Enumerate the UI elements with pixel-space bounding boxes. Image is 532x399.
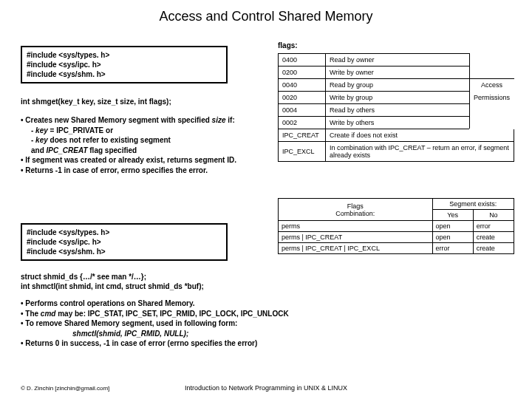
flags-label: flags: <box>278 41 298 50</box>
include-box-1: #include <sys/types. h> #include <sys/ip… <box>21 46 228 83</box>
footer-title: Introduction to Network Programming in U… <box>0 384 532 392</box>
include-line: #include <sys/shm. h> <box>27 69 222 79</box>
bullet: • Returns 0 in success, -1 in case of er… <box>21 338 434 349</box>
include-box-2: #include <sys/types. h> #include <sys/ip… <box>21 223 228 261</box>
bullet: • Performs control operations on Shared … <box>21 299 434 309</box>
shmctl-notes: • Performs control operations on Shared … <box>21 299 434 349</box>
combination-table: FlagsCombination: Segment exists: YesNo … <box>278 198 514 254</box>
bullet-sub: - key does not refer to existing segment <box>21 135 265 146</box>
table-row: 0020Write by groupPermissions <box>279 92 514 104</box>
table-row: perms | IPC_CREATopencreate <box>279 232 514 243</box>
table-row: IPC_EXCLIn combination with IPC_CREAT – … <box>279 142 514 162</box>
flags-table: 0400Read by owner 0200Write by owner 004… <box>278 53 514 162</box>
table-row: IPC_CREATCreate if does not exist <box>279 129 514 142</box>
shmget-signature: int shmget(key_t key, size_t size, int f… <box>21 98 171 106</box>
table-row: FlagsCombination: Segment exists: <box>279 199 514 210</box>
code-sample: shmctl(shmid, IPC_RMID, NULL); <box>21 329 434 339</box>
table-row: 0400Read by owner <box>279 54 514 66</box>
bullet: • If segment was created or already exis… <box>21 155 265 166</box>
table-row: perms | IPC_CREAT | IPC_EXCLerrorcreate <box>279 243 514 254</box>
include-line: #include <sys/ipc. h> <box>27 237 222 247</box>
include-line: #include <sys/ipc. h> <box>27 60 222 69</box>
shmctl-signature: struct shmid_ds {…/* see man */…}; int s… <box>21 272 242 291</box>
include-line: #include <sys/shm. h> <box>27 247 222 256</box>
bullet-sub: - key = IPC_PRIVATE or <box>21 126 265 136</box>
bullet: • Creates new Shared Memory segment with… <box>21 115 265 126</box>
page-title: Access and Control Shared Memory <box>0 9 532 24</box>
bullet: • Returns -1 in case of error, errno spe… <box>21 166 265 176</box>
include-line: #include <sys/types. h> <box>27 228 222 237</box>
table-row: permsopenerror <box>279 221 514 232</box>
include-line: #include <sys/types. h> <box>27 50 222 60</box>
table-row: 0040Read by groupAccess <box>279 79 514 92</box>
bullet: • To remove Shared Memory segment, used … <box>21 318 434 329</box>
bullet: • The cmd may be: IPC_STAT, IPC_SET, IPC… <box>21 309 434 319</box>
bullet-sub: and IPC_CREAT flag specified <box>21 146 265 156</box>
table-row: 0004Read by others <box>279 104 514 117</box>
shmget-notes: • Creates new Shared Memory segment with… <box>21 115 265 175</box>
